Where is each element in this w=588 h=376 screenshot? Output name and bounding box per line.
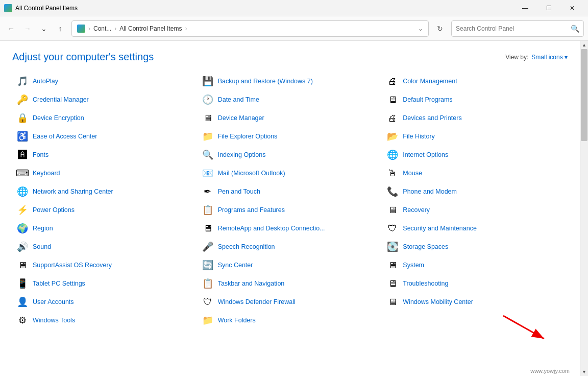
control-panel-item[interactable]: 🖥Default Programs [382,90,568,109]
control-panel-item[interactable]: 🎤Speech Recognition [198,238,383,256]
item-icon: ✒ [202,185,214,198]
item-icon: 📞 [386,185,399,198]
control-panel-item[interactable]: 🌐Network and Sharing Center [12,182,198,201]
item-icon: 🎤 [202,241,214,253]
viewby-dropdown[interactable]: Small icons ▾ [531,54,568,61]
item-label: Device Encryption [33,114,84,122]
page-header: Adjust your computer's settings View by:… [12,51,568,63]
address-bar[interactable]: › Cont... › All Control Panel Items › ⌄ [71,20,429,37]
item-icon: 🔍 [202,149,214,161]
control-panel-item[interactable]: 📋Programs and Features [198,201,383,219]
search-box: 🔍 [451,20,584,37]
item-icon: 🖥 [386,259,399,271]
control-panel-item[interactable]: 🖥Recovery [382,201,568,219]
control-panel-item[interactable]: 🔍Indexing Options [198,146,383,164]
item-icon: 🕐 [202,93,214,106]
control-panel-item[interactable]: 🖥RemoteApp and Desktop Connectio... [198,219,383,238]
item-label: Windows Mobility Center [403,298,473,306]
titlebar: All Control Panel Items — ☐ ✕ [0,0,588,16]
scrollbar[interactable]: ▲ ▼ [580,41,588,376]
control-panel-item[interactable]: 🔑Credential Manager [12,90,198,109]
control-panel-item[interactable]: ✒Pen and Touch [198,182,383,201]
control-panel-item[interactable]: 📂File History [382,127,568,146]
page-title: Adjust your computer's settings [12,51,154,63]
control-panel-item[interactable]: 🛡Security and Maintenance [382,219,568,238]
control-panel-item[interactable]: 📁Work Folders [198,311,383,330]
item-label: Credential Manager [33,96,89,103]
item-label: File Explorer Options [218,133,278,140]
control-panel-item[interactable]: 🎵AutoPlay [12,72,198,90]
control-panel-item[interactable]: 🌐Internet Options [382,146,568,164]
search-icon: 🔍 [571,25,579,33]
control-panel-item[interactable]: 🖥System [382,256,568,274]
control-panel-item[interactable]: 🌍Region [12,219,198,238]
item-label: Recovery [403,206,430,214]
item-icon: 📁 [202,314,214,326]
scrollbar-track[interactable] [580,49,588,368]
control-panel-item[interactable]: 📁File Explorer Options [198,127,383,146]
control-panel-item[interactable]: 🖥Windows Mobility Center [382,293,568,311]
item-icon: 🅰 [16,149,29,161]
control-panel-item[interactable]: 👤User Accounts [12,293,198,311]
item-label: Backup and Restore (Windows 7) [218,78,313,85]
control-panel-item[interactable]: 🖨Color Management [382,72,568,90]
control-panel-item[interactable]: ⚙Windows Tools [12,311,198,330]
minimize-button[interactable]: — [513,0,537,16]
item-label: User Accounts [33,298,74,306]
control-panel-item[interactable]: 💽Storage Spaces [382,238,568,256]
control-panel-item[interactable]: 🕐Date and Time [198,90,383,109]
item-icon: 🌐 [386,149,399,161]
control-panel-item[interactable]: 🔒Device Encryption [12,109,198,127]
item-icon: ⚙ [16,314,29,326]
item-label: Security and Maintenance [403,225,477,232]
control-panel-item[interactable]: 🅰Fonts [12,146,198,164]
back-button[interactable]: ← [4,21,18,36]
control-panel-item[interactable]: 📋Taskbar and Navigation [198,274,383,293]
item-label: Speech Recognition [218,243,275,250]
item-icon: 👤 [16,296,29,308]
refresh-button[interactable]: ↻ [433,21,447,36]
control-panel-item[interactable]: 🖱Mouse [382,164,568,182]
dropdown-button[interactable]: ⌄ [37,21,51,36]
item-label: Date and Time [218,96,259,103]
window-controls: — ☐ ✕ [513,0,584,16]
control-panel-item[interactable]: ♿Ease of Access Center [12,127,198,146]
scroll-down-arrow[interactable]: ▼ [580,368,589,376]
control-panel-item[interactable]: 📞Phone and Modem [382,182,568,201]
control-panel-item[interactable]: ⚡Power Options [12,201,198,219]
control-panel-item[interactable]: 📱Tablet PC Settings [12,274,198,293]
control-panel-item[interactable]: 🔄Sync Center [198,256,383,274]
item-label: Network and Sharing Center [33,188,113,195]
item-icon: 🖨 [386,112,399,124]
maximize-button[interactable]: ☐ [537,0,560,16]
control-panel-item[interactable]: 🖥Troubleshooting [382,274,568,293]
up-button[interactable]: ↑ [53,21,67,36]
control-panel-item[interactable]: ⌨Keyboard [12,164,198,182]
item-icon: 💽 [386,241,399,253]
scrollbar-thumb[interactable] [581,49,587,141]
control-panel-item[interactable]: 💾Backup and Restore (Windows 7) [198,72,383,90]
item-icon: 📧 [202,167,214,179]
control-panel-item[interactable]: 🖥SupportAssist OS Recovery [12,256,198,274]
control-panel-item[interactable]: 🖥Device Manager [198,109,383,127]
addressbar: ← → ⌄ ↑ › Cont... › All Control Panel It… [0,16,588,41]
item-icon: ⌨ [16,167,29,179]
forward-button[interactable]: → [20,21,35,36]
item-icon: 💾 [202,75,214,87]
item-label: System [403,262,424,269]
item-label: Default Programs [403,96,452,103]
control-panel-item[interactable]: 🖨Devices and Printers [382,109,568,127]
close-button[interactable]: ✕ [560,0,584,16]
item-label: Taskbar and Navigation [218,280,285,287]
item-label: Pen and Touch [218,188,260,195]
control-panel-item[interactable]: 🛡Windows Defender Firewall [198,293,383,311]
scroll-up-arrow[interactable]: ▲ [580,41,589,49]
item-icon: 🎵 [16,75,29,87]
item-label: Device Manager [218,114,264,122]
item-label: Programs and Features [218,206,285,214]
control-panel-item[interactable]: 🔊Sound [12,238,198,256]
item-icon: 🖱 [386,167,399,179]
search-input[interactable] [456,25,571,32]
control-panel-item[interactable]: 📧Mail (Microsoft Outlook) [198,164,383,182]
item-icon: 📂 [386,130,399,143]
